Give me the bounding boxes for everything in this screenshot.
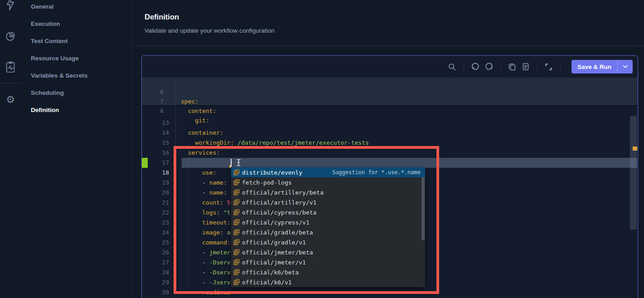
sidebar-item-test-content[interactable]: Test Content bbox=[31, 38, 68, 47]
toolbar-separator bbox=[500, 63, 501, 70]
page-title: Definition bbox=[145, 13, 179, 21]
editor-toolbar: Save & Run bbox=[142, 56, 638, 78]
modified-line-marker bbox=[142, 158, 148, 168]
sidebar-item-variables-secrets[interactable]: Variables & Secrets bbox=[31, 72, 87, 81]
suggestion-label: official/cypress/beta bbox=[242, 209, 316, 216]
code-line[interactable]: 14 workingDir: /data/repo/test/jmeter/ex… bbox=[142, 118, 638, 128]
suggestion-item[interactable]: official/jmeter/v1 bbox=[231, 257, 425, 267]
code-line[interactable]: 15 services: bbox=[142, 128, 638, 138]
page-subtitle: Validate and update your workflow config… bbox=[145, 27, 274, 34]
editor-scrollbar[interactable] bbox=[630, 116, 637, 230]
sidebar-item-label: General bbox=[31, 3, 53, 10]
sidebar-item-scheduling[interactable]: Scheduling bbox=[31, 89, 64, 98]
snippet-icon bbox=[233, 209, 240, 216]
sidebar-item-label: Definition bbox=[31, 107, 59, 113]
sidebar-item-label: Resource Usage bbox=[31, 55, 79, 62]
suggestion-label: official/jmeter/v1 bbox=[242, 259, 306, 266]
fullscreen-icon[interactable] bbox=[542, 60, 556, 73]
copy-icon[interactable] bbox=[505, 60, 519, 73]
sidebar-item-resource-usage[interactable]: Resource Usage bbox=[31, 55, 79, 64]
yaml-definition-editor: Save & Run 6 spec: 7 content: 8 git: 13 … bbox=[141, 55, 638, 298]
suggestion-label: distribute/evenly bbox=[242, 169, 302, 176]
pie-chart-icon[interactable] bbox=[4, 30, 17, 43]
sidebar-item-execution[interactable]: Execution bbox=[31, 20, 60, 29]
suggestion-item[interactable]: official/gradle/beta bbox=[231, 227, 425, 237]
code-line[interactable]: 7 content: bbox=[142, 87, 638, 97]
code-line[interactable]: 31 port: 1099 bbox=[142, 288, 638, 298]
toolbar-separator bbox=[464, 63, 464, 70]
search-icon[interactable] bbox=[445, 60, 459, 73]
chevron-down-icon[interactable] bbox=[618, 60, 633, 73]
snippet-icon bbox=[233, 239, 240, 246]
suggestion-item[interactable]: official/artillery/v1 bbox=[231, 197, 425, 207]
rail-divider bbox=[0, 83, 21, 83]
code-line[interactable]: 8 git: bbox=[142, 97, 638, 106]
toolbar-separator bbox=[560, 63, 561, 70]
suggestion-item[interactable]: official/artillery/beta bbox=[231, 187, 425, 197]
ibeam-mouse-pointer bbox=[236, 159, 241, 166]
code-line[interactable]: 6 spec: bbox=[142, 78, 638, 87]
gear-icon[interactable]: ⚙ bbox=[4, 93, 17, 106]
overview-ruler-modified-marker bbox=[633, 147, 637, 151]
text-cursor bbox=[231, 159, 232, 167]
undo-icon[interactable] bbox=[469, 60, 482, 73]
sidebar-item-label: Variables & Secrets bbox=[31, 72, 87, 79]
line-number: 8 bbox=[142, 106, 164, 116]
sticky-scroll-lines: 6 spec: 7 content: 8 git: bbox=[142, 78, 638, 106]
suggestion-item[interactable]: official/k6/v1 bbox=[231, 277, 425, 287]
suggestion-label: official/artillery/beta bbox=[242, 189, 324, 196]
snippet-icon bbox=[233, 259, 240, 266]
paste-document-icon[interactable] bbox=[519, 60, 533, 73]
snippet-icon bbox=[233, 269, 240, 276]
autocomplete-dropdown: distribute/evenly Suggestion for *.use.*… bbox=[231, 167, 425, 287]
sidebar-item-label: Execution bbox=[31, 20, 60, 27]
sidebar-item-definition[interactable]: Definition bbox=[31, 107, 59, 116]
suggestion-item[interactable]: fetch-pod-logs bbox=[231, 177, 425, 187]
indent-guide bbox=[188, 148, 189, 298]
suggestion-label: official/gradle/beta bbox=[242, 229, 313, 236]
suggestion-item[interactable]: official/cypress/v1 bbox=[231, 217, 425, 227]
line-content: git: bbox=[181, 116, 209, 125]
code-line[interactable]: 17 use: bbox=[142, 148, 638, 158]
sidebar-item-label: Scheduling bbox=[31, 89, 64, 96]
snippet-icon bbox=[233, 169, 240, 176]
suggestion-item[interactable]: distribute/evenly Suggestion for *.use.*… bbox=[231, 167, 425, 177]
suggestion-item[interactable]: official/cypress/beta bbox=[231, 207, 425, 217]
redo-icon[interactable] bbox=[482, 60, 496, 73]
snippet-icon bbox=[233, 249, 240, 256]
suggestion-label: official/cypress/v1 bbox=[242, 219, 310, 226]
suggestion-label: official/artillery/v1 bbox=[242, 199, 316, 206]
main-content: Definition Validate and update your work… bbox=[131, 0, 644, 298]
suggestion-item[interactable]: official/k6/beta bbox=[231, 267, 425, 277]
snippet-icon bbox=[233, 179, 240, 186]
code-line[interactable]: 18 - name: bbox=[142, 158, 638, 168]
save-and-run-label: Save & Run bbox=[571, 60, 617, 73]
suggestion-label: official/k6/v1 bbox=[242, 279, 292, 286]
save-and-run-button[interactable]: Save & Run bbox=[571, 60, 633, 73]
app-icon-rail: ⚙ bbox=[0, 0, 21, 298]
snippet-icon bbox=[233, 189, 240, 196]
snippet-tabstop-mark bbox=[229, 165, 231, 168]
suggestion-label: fetch-pod-logs bbox=[242, 179, 292, 186]
sidebar-item-general[interactable]: General bbox=[31, 3, 53, 12]
suggestion-label: official/gradle/v1 bbox=[242, 239, 306, 246]
snippet-icon bbox=[233, 219, 240, 226]
indent-guide bbox=[181, 118, 181, 298]
snippet-icon bbox=[233, 199, 240, 206]
suggestion-item[interactable]: official/jmeter/beta bbox=[231, 247, 425, 257]
clipboard-pulse-icon[interactable] bbox=[4, 61, 17, 73]
code-line[interactable]: 16 slave: bbox=[142, 138, 638, 148]
settings-sidebar: GeneralExecutionTest ContentResource Usa… bbox=[21, 0, 131, 298]
suggestion-hint: Suggestion for *.use.*.name bbox=[332, 169, 425, 176]
suggestion-item[interactable]: official/gradle/v1 bbox=[231, 237, 425, 247]
toolbar-separator bbox=[537, 63, 537, 70]
gutter-divider bbox=[175, 78, 176, 298]
snippet-icon bbox=[233, 279, 240, 286]
header-divider bbox=[132, 45, 644, 46]
current-line-highlight bbox=[182, 158, 637, 168]
line-content: content: bbox=[181, 106, 216, 116]
suggestion-label: official/k6/beta bbox=[242, 269, 299, 276]
lightning-icon[interactable] bbox=[4, 0, 17, 10]
snippet-icon bbox=[233, 229, 240, 236]
suggestion-label: official/jmeter/beta bbox=[242, 249, 313, 256]
